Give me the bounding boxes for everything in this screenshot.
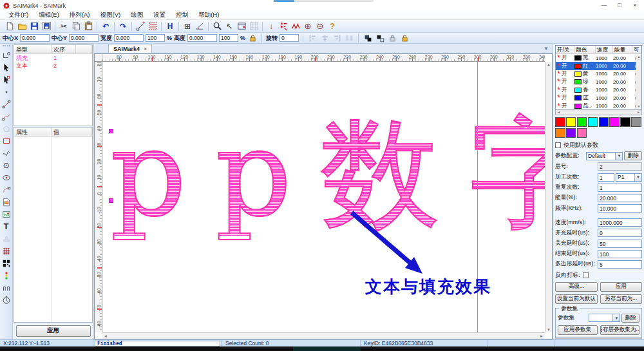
menu-item[interactable]: 编辑(E) bbox=[33, 11, 64, 19]
object-row[interactable]: 文本2 bbox=[14, 62, 92, 70]
delay-lights-icon[interactable] bbox=[1, 269, 12, 281]
menu-item[interactable]: 视图(V) bbox=[95, 11, 126, 19]
hatch-icon[interactable] bbox=[147, 21, 158, 32]
scroll-up-icon[interactable]: ▲ bbox=[547, 62, 551, 66]
node-select-icon[interactable] bbox=[1, 73, 12, 86]
column-header[interactable]: 值 bbox=[52, 128, 92, 136]
pen-row[interactable]: *开绿100020.00◉ bbox=[556, 78, 641, 86]
selection-handle[interactable] bbox=[109, 129, 113, 133]
pen-row[interactable]: *开品..100020.00◉ bbox=[556, 102, 641, 109]
menu-item[interactable]: 帮助(H) bbox=[193, 11, 224, 19]
pen-row[interactable]: *开蓝100020.00◉ bbox=[556, 94, 641, 102]
barcode-icon[interactable] bbox=[1, 257, 12, 269]
reverse-mark-checkbox[interactable] bbox=[583, 272, 589, 278]
bitmap-icon[interactable] bbox=[1, 208, 12, 220]
paramset-select[interactable]: ▼ bbox=[589, 314, 620, 322]
column-header[interactable]: 速度 bbox=[596, 46, 613, 53]
close-button[interactable]: × bbox=[627, 1, 643, 10]
center-y-input[interactable]: 0.000 bbox=[69, 34, 99, 42]
off-delay-field[interactable]: 50 bbox=[598, 240, 642, 248]
apply-paramset-button[interactable]: 应用参数集 bbox=[558, 325, 598, 335]
palette-swatch[interactable] bbox=[599, 117, 609, 127]
curve-icon[interactable] bbox=[1, 147, 12, 159]
help-icon[interactable]: ? bbox=[327, 21, 338, 32]
tab-list-dropdown-icon[interactable]: ▼ bbox=[544, 46, 549, 52]
polyline-icon[interactable] bbox=[1, 110, 12, 122]
palette-swatch[interactable] bbox=[609, 117, 620, 127]
mark-down-icon[interactable]: ↓ bbox=[265, 21, 277, 32]
pick-arrow-icon[interactable]: ↖ bbox=[223, 21, 235, 32]
marked-text-object[interactable]: pp数字 bbox=[110, 111, 545, 236]
frequency-field[interactable]: 10.000 bbox=[598, 204, 642, 213]
menu-item[interactable]: 控制 bbox=[171, 11, 193, 19]
pen-list-vscroll[interactable]: ▲ ▼ bbox=[636, 54, 641, 109]
palette-swatch[interactable] bbox=[566, 128, 576, 138]
column-header[interactable]: 类型 bbox=[14, 45, 52, 53]
end-delay-field[interactable]: 100 bbox=[598, 250, 642, 258]
menu-item[interactable]: 绘图 bbox=[126, 11, 148, 19]
zoom-select-icon[interactable] bbox=[211, 21, 223, 32]
scroll-down-icon[interactable]: ▼ bbox=[638, 104, 641, 108]
energy-field[interactable]: 20.000 bbox=[598, 194, 642, 202]
column-header[interactable]: 开/关 bbox=[556, 46, 574, 53]
pen-row[interactable]: *开黄100020.00◉ bbox=[556, 70, 641, 78]
zoom-in-icon[interactable]: ⊕ bbox=[302, 21, 314, 32]
menu-item[interactable]: 设置 bbox=[148, 11, 171, 19]
use-default-checkbox[interactable] bbox=[555, 142, 561, 148]
scroll-left-icon[interactable]: ◄ bbox=[104, 334, 108, 338]
ellipse-icon[interactable] bbox=[1, 171, 12, 184]
scroll-right-icon[interactable]: ► bbox=[540, 334, 544, 338]
drawing-surface[interactable]: pp数字 文本与填充效果 bbox=[102, 62, 545, 332]
cut-icon[interactable]: ✂ bbox=[58, 21, 70, 32]
scroll-down-icon[interactable]: ▼ bbox=[547, 328, 551, 332]
save-current-as-button[interactable]: 另存当前为... bbox=[600, 294, 643, 304]
delete-paramset-button[interactable]: 删除 bbox=[621, 314, 639, 323]
open-file-icon[interactable] bbox=[16, 21, 28, 32]
text-tool-icon[interactable]: T bbox=[1, 220, 12, 232]
palette-swatch[interactable] bbox=[555, 128, 565, 138]
apply-params-button[interactable]: 应用 bbox=[600, 282, 643, 292]
height-input[interactable]: 0.000 bbox=[187, 34, 217, 42]
rectangle-icon[interactable] bbox=[1, 135, 12, 147]
palette-swatch[interactable] bbox=[631, 117, 641, 127]
group-icon[interactable] bbox=[363, 33, 373, 43]
undo-icon[interactable]: ↶ bbox=[100, 21, 111, 32]
select-icon[interactable] bbox=[1, 61, 12, 73]
chevron-down-icon[interactable]: ▼ bbox=[612, 314, 620, 321]
palette-swatch[interactable] bbox=[577, 117, 587, 127]
save-icon[interactable] bbox=[28, 21, 40, 32]
menu-item[interactable]: 排列(A) bbox=[64, 11, 95, 19]
pen-row[interactable]: *开青100020.00◉ bbox=[556, 86, 641, 94]
timer-icon[interactable] bbox=[1, 294, 12, 306]
pen-row[interactable]: *开红100020.00◉ bbox=[556, 62, 641, 70]
aspect-lock-icon[interactable] bbox=[247, 33, 258, 43]
menu-item[interactable]: 文件(F) bbox=[3, 11, 33, 19]
copy-icon[interactable] bbox=[70, 21, 82, 32]
apply-button[interactable]: 应用 bbox=[16, 325, 91, 337]
lock-object-icon[interactable] bbox=[387, 33, 397, 43]
column-header[interactable]: 次序 bbox=[52, 45, 76, 53]
pass-select[interactable]: P1▼ bbox=[616, 173, 642, 182]
ungroup-icon[interactable] bbox=[375, 33, 385, 43]
column-header[interactable] bbox=[76, 45, 92, 53]
node-edit-toolbar-icon[interactable] bbox=[135, 21, 146, 32]
circle-icon[interactable]: ⊙ bbox=[1, 159, 12, 171]
align-icon[interactable]: H bbox=[164, 21, 176, 32]
point-icon[interactable] bbox=[1, 86, 12, 98]
maximize-button[interactable]: □ bbox=[612, 1, 627, 10]
vector-file-icon[interactable] bbox=[1, 196, 12, 208]
chevron-down-icon[interactable]: ▼ bbox=[634, 174, 641, 181]
tab-close-icon[interactable]: × bbox=[144, 46, 147, 52]
save-paramset-as-button[interactable]: 另存层参数集为.... bbox=[600, 325, 640, 335]
palette-swatch[interactable] bbox=[588, 117, 598, 127]
center-x-input[interactable]: 0.000 bbox=[20, 34, 50, 42]
width-input[interactable]: 0.000 bbox=[114, 34, 144, 42]
param-config-select[interactable]: Default▼ bbox=[586, 152, 623, 160]
laser-test-icon[interactable] bbox=[290, 21, 301, 32]
chevron-down-icon[interactable]: ▼ bbox=[615, 153, 622, 160]
redo-icon[interactable]: ↷ bbox=[117, 21, 129, 32]
set-default-button[interactable]: 设置当前为默认 bbox=[555, 294, 598, 304]
column-header[interactable]: 属性 bbox=[14, 128, 52, 136]
mark-param-icon[interactable] bbox=[278, 21, 289, 32]
polygon-icon[interactable] bbox=[1, 122, 12, 135]
